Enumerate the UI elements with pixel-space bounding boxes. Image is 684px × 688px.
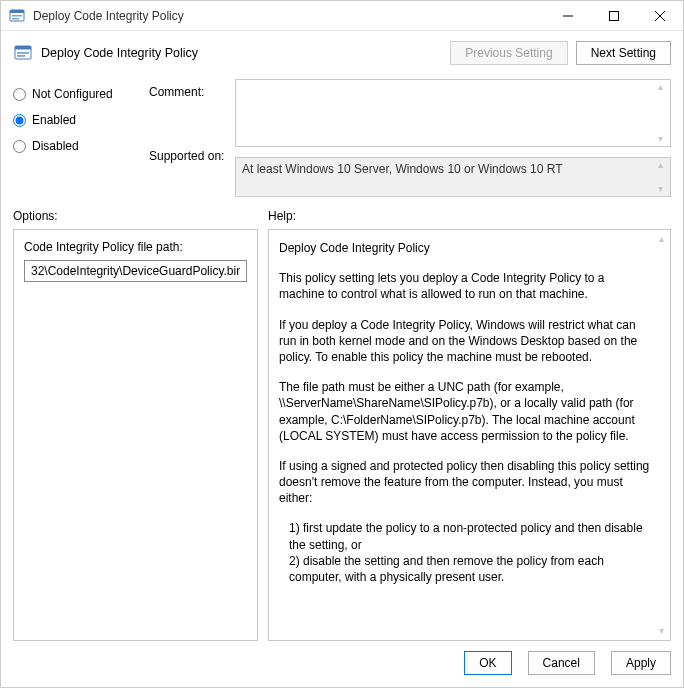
radio-enabled[interactable]: Enabled	[13, 113, 143, 127]
supported-on-label: Supported on:	[149, 149, 229, 163]
help-p1: This policy setting lets you deploy a Co…	[279, 270, 650, 302]
ok-button[interactable]: OK	[464, 651, 511, 675]
chevron-down-icon: ▾	[658, 134, 663, 144]
comment-label: Comment:	[149, 85, 229, 99]
apply-button[interactable]: Apply	[611, 651, 671, 675]
options-panel: Code Integrity Policy file path:	[13, 229, 258, 641]
maximize-button[interactable]	[591, 1, 637, 31]
help-p5b: 2) disable the setting and then remove t…	[279, 553, 650, 585]
help-label: Help:	[268, 209, 671, 223]
radio-not-configured-input[interactable]	[13, 88, 26, 101]
close-button[interactable]	[637, 1, 683, 31]
next-setting-button[interactable]: Next Setting	[576, 41, 671, 65]
cancel-button[interactable]: Cancel	[528, 651, 595, 675]
dialog-window: Deploy Code Integrity Policy Deploy Code…	[0, 0, 684, 688]
comment-field-wrap: ▴ ▾	[235, 79, 671, 147]
comment-scrollbar[interactable]: ▴ ▾	[652, 82, 668, 144]
supported-on-text: At least Windows 10 Server, Windows 10 o…	[242, 162, 563, 176]
svg-rect-1	[10, 10, 24, 13]
chevron-up-icon: ▴	[658, 160, 663, 170]
chevron-down-icon: ▾	[658, 184, 663, 194]
state-radio-group: Not Configured Enabled Disabled	[13, 79, 143, 153]
svg-rect-9	[15, 46, 31, 50]
field-labels: Comment: Supported on:	[149, 79, 229, 163]
supported-on-box: At least Windows 10 Server, Windows 10 o…	[235, 157, 671, 197]
titlebar: Deploy Code Integrity Policy	[1, 1, 683, 31]
help-p3: The file path must be either a UNC path …	[279, 379, 650, 444]
help-panel: Deploy Code Integrity Policy This policy…	[268, 229, 671, 641]
help-title: Deploy Code Integrity Policy	[279, 240, 650, 256]
radio-enabled-input[interactable]	[13, 114, 26, 127]
previous-setting-button[interactable]: Previous Setting	[450, 41, 567, 65]
help-scrollbar[interactable]: ▴ ▾	[654, 234, 668, 636]
policy-icon	[13, 43, 33, 63]
page-title: Deploy Code Integrity Policy	[41, 46, 442, 60]
radio-disabled-input[interactable]	[13, 140, 26, 153]
options-label: Options:	[13, 209, 268, 223]
radio-not-configured[interactable]: Not Configured	[13, 87, 143, 101]
supported-scrollbar: ▴ ▾	[652, 160, 668, 194]
radio-disabled-label: Disabled	[32, 139, 79, 153]
minimize-button[interactable]	[545, 1, 591, 31]
dialog-footer: OK Cancel Apply	[1, 641, 683, 687]
radio-enabled-label: Enabled	[32, 113, 76, 127]
svg-rect-10	[17, 52, 29, 54]
help-p2: If you deploy a Code Integrity Policy, W…	[279, 317, 650, 366]
svg-rect-2	[12, 15, 22, 17]
svg-rect-5	[610, 11, 619, 20]
app-icon	[9, 8, 25, 24]
help-p4: If using a signed and protected policy t…	[279, 458, 650, 507]
filepath-input[interactable]	[24, 260, 247, 282]
comment-field[interactable]	[236, 80, 670, 146]
help-p5a: 1) first update the policy to a non-prot…	[279, 520, 650, 552]
chevron-down-icon: ▾	[659, 626, 664, 636]
svg-rect-3	[12, 18, 19, 20]
radio-not-configured-label: Not Configured	[32, 87, 113, 101]
window-title: Deploy Code Integrity Policy	[33, 9, 545, 23]
header: Deploy Code Integrity Policy Previous Se…	[1, 31, 683, 75]
radio-disabled[interactable]: Disabled	[13, 139, 143, 153]
chevron-up-icon: ▴	[658, 82, 663, 92]
svg-rect-11	[17, 55, 25, 57]
filepath-label: Code Integrity Policy file path:	[24, 240, 247, 254]
chevron-up-icon: ▴	[659, 234, 664, 244]
